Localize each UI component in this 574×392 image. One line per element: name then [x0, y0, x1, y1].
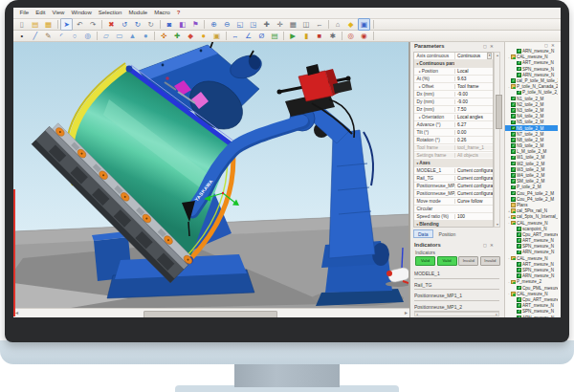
- scroll-right-icon[interactable]: ▸: [496, 313, 497, 316]
- property-row[interactable]: Dy (mm) -9.00: [414, 98, 493, 106]
- property-row[interactable]: Positionneuse_MP1_2 Current configuratio…: [414, 190, 493, 198]
- indicator-state-button[interactable]: Invalid: [458, 256, 478, 266]
- diameter-icon[interactable]: Ø: [255, 30, 268, 42]
- indicator-state-button[interactable]: Valid: [437, 256, 457, 266]
- menu-item[interactable]: File: [16, 8, 33, 18]
- toolbar-separator[interactable]: [160, 20, 161, 29]
- probe-point-icon[interactable]: ✜: [158, 30, 170, 42]
- indicator-state-button[interactable]: Valid: [415, 256, 435, 266]
- report-icon[interactable]: ▤: [269, 30, 281, 42]
- robot-config-icon[interactable]: ✱: [326, 30, 339, 42]
- hscroll-thumb[interactable]: [144, 311, 277, 318]
- cylinder-feature-icon[interactable]: ▭: [113, 30, 125, 42]
- menu-item[interactable]: ?: [173, 8, 184, 18]
- draw-arc-icon[interactable]: ◜: [55, 30, 68, 42]
- draw-point-icon[interactable]: •: [15, 30, 28, 42]
- scroll-left-icon[interactable]: ◂: [15, 309, 18, 317]
- target-record-icon[interactable]: ◉: [358, 30, 370, 42]
- toolbar-separator[interactable]: [283, 32, 284, 40]
- sphere-feature-icon[interactable]: ●: [140, 30, 152, 42]
- measure-angle-icon[interactable]: ∠: [242, 30, 254, 42]
- toolbar-separator[interactable]: [154, 32, 155, 40]
- scroll-down-icon[interactable]: ▾: [495, 222, 500, 227]
- property-row[interactable]: Tilt (°) 0.00: [414, 129, 493, 137]
- tree-item[interactable]: + cal_5pts_N_Internal_toile_2: [505, 214, 558, 220]
- toolbar-separator[interactable]: [57, 20, 58, 29]
- property-row[interactable]: Tool frame tool_frame_1: [414, 144, 493, 152]
- menu-item[interactable]: Edit: [33, 8, 49, 18]
- tree-item[interactable]: Cou_P4_toile_2_M: [505, 196, 558, 202]
- tree-item[interactable]: ARN_mesure_N: [505, 315, 558, 317]
- indicator-row[interactable]: Positionneuse_MP1_1: [414, 290, 499, 301]
- property-row[interactable]: Axis continuous Continuous: [414, 53, 493, 60]
- property-row[interactable]: Circular: [414, 206, 493, 213]
- property-row[interactable]: Axes: [414, 160, 493, 167]
- toolbar-separator[interactable]: [342, 32, 342, 40]
- cone-feature-icon[interactable]: ▲: [126, 30, 139, 42]
- indicators-panel-window-icons[interactable]: ◻ ✕: [483, 243, 495, 248]
- tree-item[interactable]: cal_P_toile_M_toile_2_M: [505, 77, 558, 83]
- scroll-left-icon[interactable]: ◂: [416, 313, 418, 316]
- property-row[interactable]: Positionneuse_MP1_1 Current configuratio…: [414, 183, 493, 190]
- parameters-panel-window-icons[interactable]: ◻ ✕: [483, 44, 495, 49]
- toolbar-separator[interactable]: [226, 32, 227, 40]
- toolbar-separator[interactable]: [373, 20, 374, 29]
- toolbar-separator[interactable]: [204, 20, 205, 29]
- property-row[interactable]: Move mode Curve follow: [414, 198, 493, 206]
- probe-line-icon[interactable]: ✚: [171, 30, 184, 42]
- viewport-3d[interactable]: YASKAWA: [13, 42, 409, 308]
- toolbar-separator[interactable]: [328, 20, 329, 29]
- property-row[interactable]: Continuous parameters: [414, 60, 493, 68]
- probe-plane-icon[interactable]: ◆: [185, 30, 197, 42]
- menu-item[interactable]: Module: [125, 8, 151, 18]
- plane-feature-icon[interactable]: ▱: [99, 30, 112, 42]
- property-row[interactable]: Dz (mm) 7.50: [414, 106, 493, 114]
- property-row[interactable]: Rotation (°) 0.26: [414, 137, 493, 144]
- probe-circle-icon[interactable]: ●: [197, 30, 210, 42]
- target-add-icon[interactable]: ◎: [344, 30, 357, 42]
- scroll-up-icon[interactable]: ▴: [495, 53, 500, 57]
- scroll-right-icon[interactable]: ▸: [405, 309, 408, 317]
- vscroll-thumb[interactable]: [496, 95, 502, 129]
- menu-item[interactable]: Window: [68, 8, 95, 18]
- viewport-hscrollbar[interactable]: ◂ ▸: [13, 308, 409, 317]
- menu-item[interactable]: Macro: [151, 8, 174, 18]
- property-row[interactable]: MODELE_1 Current configuration: [414, 167, 493, 175]
- parameters-tab[interactable]: Data: [413, 229, 433, 238]
- indicator-row[interactable]: Positionneuse_MP1_2: [414, 301, 499, 313]
- property-row[interactable]: At (%) 9.63: [414, 76, 493, 83]
- indicators-hscrollbar[interactable]: ◂▸: [414, 312, 499, 316]
- tree-panel-window-icons[interactable]: ◻ ✕: [544, 43, 556, 48]
- indicator-row[interactable]: MODELE_1: [414, 268, 499, 279]
- property-row[interactable]: Offset Tool frame: [414, 83, 493, 91]
- simulate-stop-icon[interactable]: ■: [313, 30, 325, 42]
- parameters-tab[interactable]: Position: [434, 229, 461, 238]
- toolbar-separator[interactable]: [373, 32, 374, 40]
- property-row[interactable]: Advance (°) 6.27: [414, 121, 493, 129]
- toolbar-separator[interactable]: [101, 20, 102, 29]
- draw-ellipse-icon[interactable]: ◎: [81, 30, 94, 42]
- property-row[interactable]: Rail_TG Current configuration: [414, 175, 493, 183]
- property-row[interactable]: Position Local: [414, 68, 493, 76]
- property-row[interactable]: Blending: [414, 221, 493, 228]
- propgrid-vscrollbar[interactable]: ▴ ▾: [494, 52, 500, 228]
- toolbar-separator[interactable]: [97, 32, 98, 40]
- simulate-play-icon[interactable]: ▶: [287, 30, 299, 42]
- indicator-state-button[interactable]: Invalid: [480, 256, 500, 266]
- tree-item[interactable]: Cou_P4_toile_2_M: [505, 190, 558, 196]
- draw-circle-icon[interactable]: ○: [69, 30, 81, 42]
- property-row[interactable]: Speed ratio (%) 100: [414, 213, 493, 221]
- menu-item[interactable]: View: [49, 8, 68, 18]
- property-row[interactable]: Orientation Local angles: [414, 114, 493, 121]
- parameters-property-grid[interactable]: Axis continuous Continuous Continuous pa…: [413, 52, 494, 228]
- menu-item[interactable]: Selection: [95, 8, 125, 18]
- indicator-row[interactable]: Rail_TG: [414, 279, 499, 291]
- property-row[interactable]: Settings frame All objects: [414, 152, 493, 160]
- draw-line-icon[interactable]: ╱: [29, 30, 41, 42]
- viewport-3d-scene[interactable]: YASKAWA: [13, 42, 409, 308]
- measure-distance-icon[interactable]: ↔: [229, 30, 241, 42]
- draw-polyline-icon[interactable]: ✎: [42, 30, 55, 42]
- alignment-icon[interactable]: ▣: [210, 30, 223, 42]
- property-row[interactable]: Dx (mm) -9.00: [414, 91, 493, 98]
- simulate-pause-icon[interactable]: ▮: [300, 30, 313, 42]
